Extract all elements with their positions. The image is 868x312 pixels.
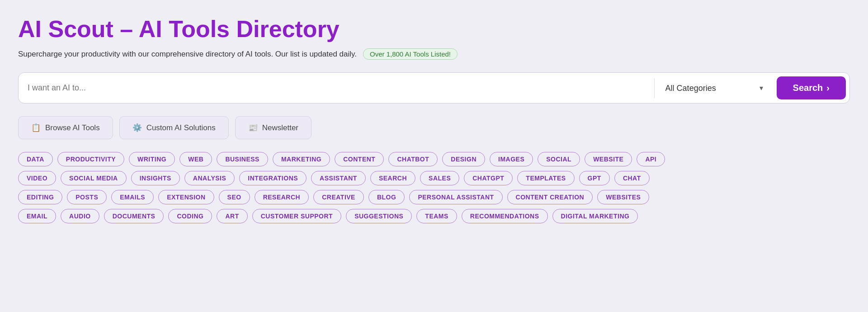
tag-item[interactable]: SEO [219,190,250,204]
tag-item[interactable]: AUDIO [61,209,99,223]
tag-item[interactable]: ANALYSIS [184,171,235,185]
tag-item[interactable]: WEB [179,152,212,166]
tag-item[interactable]: DESIGN [442,152,485,166]
nav-btn-browse[interactable]: 📋Browse AI Tools [18,116,113,139]
tag-item[interactable]: BUSINESS [217,152,268,166]
search-button[interactable]: Search › [777,76,846,99]
tags-row-2: VIDEOSOCIAL MEDIAINSIGHTSANALYSISINTEGRA… [18,171,850,185]
search-arrow-icon: › [826,83,830,93]
tag-item[interactable]: CONTENT [335,152,384,166]
tag-item[interactable]: ASSISTANT [311,171,366,185]
tag-item[interactable]: TEAMS [416,209,457,223]
tag-item[interactable]: ART [217,209,247,223]
nav-btn-label-browse: Browse AI Tools [45,123,100,132]
tag-item[interactable]: CREATIVE [313,190,364,204]
tag-item[interactable]: SALES [420,171,459,185]
tag-item[interactable]: CODING [168,209,212,223]
tag-item[interactable]: MARKETING [273,152,330,166]
tag-item[interactable]: CUSTOMER SUPPORT [252,209,341,223]
tag-item[interactable]: IMAGES [490,152,533,166]
tag-item[interactable]: SEARCH [370,171,415,185]
tag-item[interactable]: EMAIL [18,209,56,223]
nav-buttons: 📋Browse AI Tools⚙️Custom AI Solutions📰Ne… [18,116,850,139]
nav-btn-icon-newsletter: 📰 [248,123,258,132]
search-divider [654,78,655,98]
tag-item[interactable]: WEBSITES [597,190,649,204]
nav-btn-icon-browse: 📋 [31,123,41,132]
tag-item[interactable]: SUGGESTIONS [346,209,412,223]
tag-item[interactable]: EMAILS [111,190,154,204]
tag-item[interactable]: TEMPLATES [517,171,574,185]
tag-item[interactable]: EXTENSION [158,190,214,204]
tools-badge: Over 1,800 AI Tools Listed! [363,48,458,60]
search-input[interactable] [28,79,650,97]
nav-btn-newsletter[interactable]: 📰Newsletter [235,116,311,139]
nav-btn-label-newsletter: Newsletter [262,123,298,132]
tag-item[interactable]: WEBSITE [585,152,632,166]
tag-item[interactable]: DATA [18,152,53,166]
tag-item[interactable]: SOCIAL MEDIA [61,171,127,185]
tag-item[interactable]: DOCUMENTS [104,209,164,223]
tag-item[interactable]: RECOMMENDATIONS [462,209,548,223]
search-button-label: Search [793,83,823,93]
tag-item[interactable]: DIGITAL MARKETING [552,209,638,223]
nav-btn-icon-custom: ⚙️ [132,123,142,132]
page-title: AI Scout – AI Tools Directory [18,16,850,42]
chevron-down-icon: ▾ [760,84,763,92]
tags-row-4: EMAILAUDIODOCUMENTSCODINGARTCUSTOMER SUP… [18,209,850,223]
category-select-wrapper: All CategoriesDataProductivityWritingWeb… [659,84,777,93]
tag-item[interactable]: PRODUCTIVITY [57,152,124,166]
tag-item[interactable]: RESEARCH [255,190,309,204]
tag-item[interactable]: CHAT [614,171,650,185]
tag-item[interactable]: SOCIAL [538,152,580,166]
subtitle-text: Supercharge your productivity with our c… [18,50,357,59]
tag-item[interactable]: EDITING [18,190,62,204]
tag-item[interactable]: INSIGHTS [131,171,180,185]
tag-item[interactable]: VIDEO [18,171,56,185]
tags-row-1: DATAPRODUCTIVITYWRITINGWEBBUSINESSMARKET… [18,152,850,166]
tag-item[interactable]: CONTENT CREATION [507,190,593,204]
tag-item[interactable]: INTEGRATIONS [239,171,307,185]
tag-item[interactable]: GPT [579,171,610,185]
subtitle-row: Supercharge your productivity with our c… [18,48,850,60]
search-bar: All CategoriesDataProductivityWritingWeb… [18,72,850,104]
tag-item[interactable]: WRITING [129,152,175,166]
tag-item[interactable]: POSTS [67,190,107,204]
tag-item[interactable]: CHATBOT [388,152,438,166]
tags-section: DATAPRODUCTIVITYWRITINGWEBBUSINESSMARKET… [18,152,850,223]
tag-item[interactable]: PERSONAL ASSISTANT [409,190,502,204]
tag-item[interactable]: API [637,152,665,166]
category-select[interactable]: All CategoriesDataProductivityWritingWeb… [665,84,756,93]
nav-btn-custom[interactable]: ⚙️Custom AI Solutions [119,116,229,139]
nav-btn-label-custom: Custom AI Solutions [146,123,216,132]
tag-item[interactable]: BLOG [368,190,405,204]
tag-item[interactable]: CHATGPT [464,171,513,185]
tags-row-3: EDITINGPOSTSEMAILSEXTENSIONSEORESEARCHCR… [18,190,850,204]
